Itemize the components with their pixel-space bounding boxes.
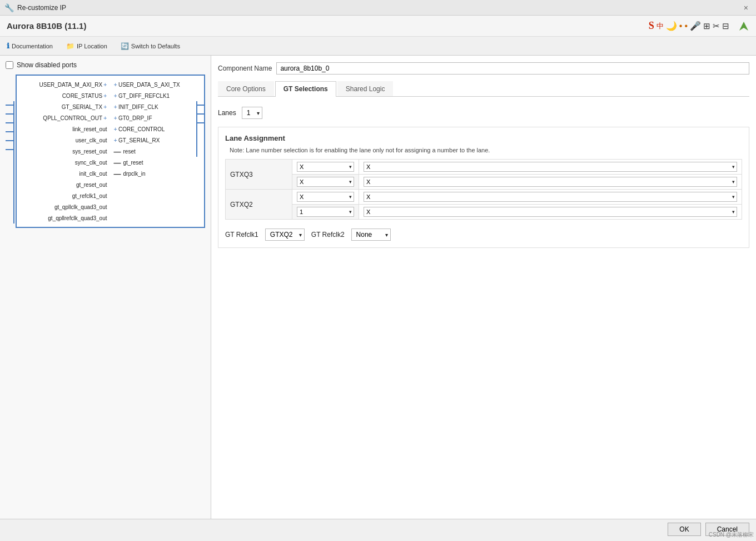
gt-refclk2-label: GT Refclk2 xyxy=(311,231,345,239)
lane-assignment-section: Lane Assignment Note: Lane number select… xyxy=(218,127,749,248)
gtxq2-select-2b[interactable]: X0123 xyxy=(364,207,737,217)
mic-icon: 🎤 xyxy=(690,21,701,31)
port-gt-diff-refclk1: + GT_DIFF_REFCLK1 xyxy=(114,90,200,101)
gtxq2-select-1a[interactable]: X0123 xyxy=(297,192,354,202)
svg-marker-0 xyxy=(739,22,748,31)
gtxq3-select-1a[interactable]: X0123 xyxy=(297,162,354,172)
gt-refclk2-select-wrapper: None GTXQ2 GTXQ3 xyxy=(351,229,391,241)
toolbar: ℹ Documentation 📁 IP Location 🔄 Switch t… xyxy=(0,37,756,56)
main-content: Show disabled ports USER_DATA_M_AX xyxy=(0,56,756,519)
port-user-data-s-axi-tx: + USER_DATA_S_AXI_TX xyxy=(114,79,200,90)
block-inner: USER_DATA_M_AXI_RX + CORE_STATUS + GT_SE… xyxy=(16,75,205,228)
component-name-label: Component Name xyxy=(218,64,272,72)
block-diagram-container: USER_DATA_M_AXI_RX + CORE_STATUS + GT_SE… xyxy=(6,75,205,228)
port-gt-reset-out: gt_reset_out xyxy=(21,179,107,190)
left-stub-4 xyxy=(6,131,14,132)
component-name-row: Component Name xyxy=(218,62,749,75)
tabs: Core Options GT Selections Shared Logic xyxy=(218,81,749,97)
dot-icon: • xyxy=(679,21,683,31)
port-gt0-drp-if: + GT0_DRP_IF xyxy=(114,112,200,123)
gtxq3-select-2a[interactable]: X0123 xyxy=(297,177,354,187)
show-disabled-ports-row: Show disabled ports xyxy=(6,61,205,69)
header-icons: S 中 🌙 • • 🎤 ⊞ ✂ ⊟ xyxy=(649,20,749,32)
gtxq2-label: GTXQ2 xyxy=(226,190,292,220)
port-gt-refclk1-out: gt_refclk1_out xyxy=(21,190,107,201)
gtxq2-cell-2b: X0123 xyxy=(359,205,742,220)
right-panel: Component Name Core Options GT Selection… xyxy=(211,56,756,519)
documentation-label: Documentation xyxy=(12,43,53,49)
gtxq2-cell-1a: X0123 xyxy=(292,190,359,205)
gt-refclk1-label: GT Refclk1 xyxy=(225,231,258,239)
watermark: CSDN @末落柳宋 xyxy=(709,531,754,539)
ok-button[interactable]: OK xyxy=(668,523,700,536)
lane-assignment-title: Lane Assignment xyxy=(225,134,742,142)
port-gt-qpllclk: gt_qpllclk_quad3_out xyxy=(21,201,107,212)
gtxq2-select-1b[interactable]: X0123 xyxy=(364,192,737,202)
info-icon: ℹ xyxy=(7,42,9,50)
gtxq3-select-1b[interactable]: X0123 xyxy=(364,162,737,172)
app-title: Aurora 8B10B (11.1) xyxy=(7,21,86,31)
grid-icon: ⊞ xyxy=(703,21,710,31)
gtxq3-cell-1a: X0123 xyxy=(292,160,359,175)
lanes-select[interactable]: 1 2 3 4 xyxy=(242,107,262,119)
gt-refclk1-select-wrapper: GTXQ2 GTXQ3 None xyxy=(265,229,305,241)
port-gt-serial-tx: GT_SERIAL_TX + xyxy=(21,101,107,112)
tab-gt-selections[interactable]: GT Selections xyxy=(275,81,336,97)
right-stub-1 xyxy=(196,105,205,106)
title-bar-title: Re-customize IP xyxy=(17,4,66,12)
gtxq2-cell-1b: X0123 xyxy=(359,190,742,205)
port-gt-serial-rx: + GT_SERIAL_RX xyxy=(114,135,200,146)
tab-shared-logic[interactable]: Shared Logic xyxy=(337,81,394,96)
folder-icon: 📁 xyxy=(66,42,74,50)
port-link-reset-out: link_reset_out xyxy=(21,123,107,135)
port-sync-clk-out: sync_clk_out xyxy=(21,157,107,168)
gtxq3-label: GTXQ3 xyxy=(226,160,292,190)
brand-s-icon: S xyxy=(649,20,654,32)
port-core-status: CORE_STATUS + xyxy=(21,90,107,101)
port-reset: — reset xyxy=(114,146,200,157)
port-init-clk-out: init_clk_out xyxy=(21,168,107,179)
component-name-input[interactable] xyxy=(276,62,749,75)
vivado-arrow-icon xyxy=(738,21,749,32)
refclk-row: GT Refclk1 GTXQ2 GTXQ3 None GT Refclk2 N… xyxy=(225,229,742,241)
moon-icon: 🌙 xyxy=(666,21,677,31)
port-gt-qpllrefclk: gt_qpllrefclk_quad3_out xyxy=(21,212,107,224)
port-core-control: + CORE_CONTROL xyxy=(114,123,200,135)
lanes-row: Lanes 1 2 3 4 xyxy=(218,107,749,119)
port-gt-reset: — gt_reset xyxy=(114,157,200,168)
table-row: GTXQ3 X0123 xyxy=(226,160,742,175)
documentation-button[interactable]: ℹ Documentation xyxy=(4,41,55,51)
scissors-icon: ✂ xyxy=(713,21,720,31)
port-init-diff-clk: + INIT_DIFF_CLK xyxy=(114,101,200,112)
right-bus-bar xyxy=(196,101,205,157)
port-qpll-control-out: QPLL_CONTROL_OUT + xyxy=(21,112,107,123)
refresh-icon: 🔄 xyxy=(121,42,129,50)
left-port-col: USER_DATA_M_AXI_RX + CORE_STATUS + GT_SE… xyxy=(21,79,107,224)
ip-location-label: IP Location xyxy=(77,43,107,49)
right-stub-3 xyxy=(196,122,205,123)
apps-icon: ⊟ xyxy=(722,21,729,31)
dot2-icon: • xyxy=(684,21,688,31)
gt-refclk1-select[interactable]: GTXQ2 GTXQ3 None xyxy=(265,229,305,241)
left-bus-bar xyxy=(6,101,14,224)
gt-refclk2-select[interactable]: None GTXQ2 GTXQ3 xyxy=(351,229,391,241)
gtxq3-select-2b[interactable]: X0123 xyxy=(364,177,737,187)
port-drpclk-in: — drpclk_in xyxy=(114,168,200,179)
close-button[interactable]: × xyxy=(740,2,752,13)
show-disabled-ports-checkbox[interactable] xyxy=(6,61,13,69)
gtxq3-cell-1b: X0123 xyxy=(359,160,742,175)
gtxq2-select-2a[interactable]: 1X023 xyxy=(297,207,354,217)
show-disabled-ports-label: Show disabled ports xyxy=(17,61,77,69)
switch-to-defaults-button[interactable]: 🔄 Switch to Defaults xyxy=(118,41,182,51)
ip-location-button[interactable]: 📁 IP Location xyxy=(64,41,110,51)
ports-grid: USER_DATA_M_AXI_RX + CORE_STATUS + GT_SE… xyxy=(21,79,200,224)
gtxq3-cell-2b: X0123 xyxy=(359,175,742,190)
right-stub-2 xyxy=(196,113,205,115)
lanes-label: Lanes xyxy=(218,109,236,117)
left-stub-5 xyxy=(6,140,14,141)
left-stub-3 xyxy=(6,122,14,123)
brand-china-icon: 中 xyxy=(656,21,664,31)
left-panel: Show disabled ports USER_DATA_M_AX xyxy=(0,56,211,519)
tab-core-options[interactable]: Core Options xyxy=(218,81,274,96)
title-bar: 🔧 Re-customize IP × xyxy=(0,0,756,16)
